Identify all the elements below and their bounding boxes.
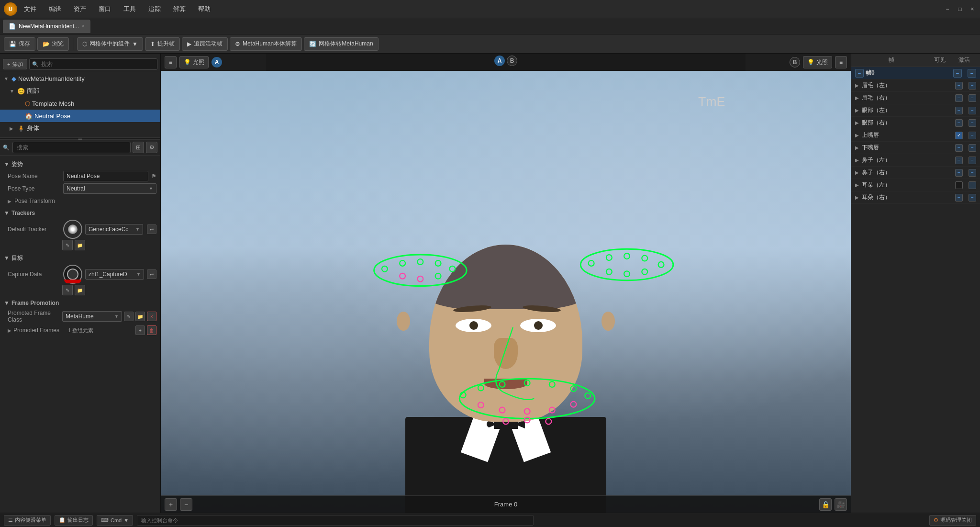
face-icon: 😊 — [17, 88, 25, 95]
tracker-arrow: ▼ — [135, 227, 140, 232]
eye-right-active[interactable]: − — [969, 119, 976, 127]
eye-left-visible[interactable]: − — [955, 107, 963, 114]
nose-right-active[interactable]: − — [969, 169, 976, 177]
template-mesh-icon: ⬡ — [25, 100, 30, 107]
tree-template-mesh-item[interactable]: ▶ ⬡ Template Mesh — [0, 97, 160, 110]
save-button[interactable]: 💾 保存 — [4, 37, 35, 51]
menu-window[interactable]: 窗口 — [97, 4, 113, 14]
eyebrow-left-active[interactable]: − — [969, 82, 976, 90]
tree-neutral-pose-item[interactable]: ▶ 🏠 Neutral Pose — [0, 110, 160, 122]
minimize-button[interactable]: − — [944, 5, 951, 13]
capture-label: Capture Data — [8, 271, 60, 278]
tree-root-item[interactable]: ▼ ◆ NewMetaHumanIdentity — [0, 72, 160, 85]
vp-lock-btn[interactable]: 🔒 — [819, 498, 832, 511]
tracker-reset-btn[interactable]: ↩ — [147, 224, 156, 234]
vp-zoom-out-btn[interactable]: − — [180, 498, 192, 511]
neutral-pose-label: Neutral Pose — [34, 112, 70, 120]
vp-badge-b-right[interactable]: B — [790, 57, 800, 67]
browse-button[interactable]: 📂 浏览 — [37, 37, 69, 51]
vp-center-badge-b[interactable]: B — [507, 56, 517, 66]
lower-lip-visible[interactable]: − — [955, 144, 963, 152]
props-grid-btn[interactable]: ⊞ — [133, 142, 144, 153]
capture-select[interactable]: zht1_CaptureD ▼ — [85, 269, 144, 280]
tree-body-item[interactable]: ▶ 🧍 身体 — [0, 122, 160, 135]
eye-right-visible[interactable]: − — [955, 119, 963, 127]
menu-solve[interactable]: 解算 — [171, 4, 188, 14]
pfc-select[interactable]: MetaHume ▼ — [62, 311, 122, 322]
props-settings-btn[interactable]: ⚙ — [146, 142, 157, 153]
pose-section-header[interactable]: ▼ 姿势 — [0, 158, 160, 170]
cmd-input[interactable] — [137, 515, 534, 526]
content-slider-btn[interactable]: ☰ 内容侧滑菜单 — [4, 515, 51, 526]
nose-left-active[interactable]: − — [969, 157, 976, 164]
eyebrow-right-active[interactable]: − — [969, 94, 976, 102]
maximize-button[interactable]: □ — [956, 5, 964, 13]
vp-light-btn-right[interactable]: 💡 光照 — [803, 56, 832, 68]
pose-type-select[interactable]: Neutral ▼ — [63, 183, 156, 194]
upper-lip-active[interactable]: − — [969, 132, 976, 139]
ear-right-visible[interactable]: − — [955, 194, 963, 202]
capture-folder-btn[interactable]: 📁 — [75, 285, 85, 295]
lower-lip-active[interactable]: − — [969, 144, 976, 152]
vp-menu-btn-right[interactable]: ≡ — [835, 56, 847, 68]
menu-file[interactable]: 文件 — [22, 4, 38, 14]
ear-right-active[interactable]: − — [969, 194, 976, 202]
pfc-folder-btn[interactable]: 📁 — [135, 312, 145, 321]
capture-edit-btn[interactable]: ✎ — [62, 285, 73, 295]
nose-left-visible[interactable]: − — [955, 157, 963, 164]
track-activity-button[interactable]: ▶ 追踪活动帧 — [182, 37, 228, 51]
tracker-select[interactable]: GenericFaceCc ▼ — [85, 224, 143, 235]
output-log-btn[interactable]: 📋 输出日志 — [55, 515, 93, 526]
ear-left-active[interactable]: − — [969, 181, 976, 189]
upper-lip-visible[interactable]: ✓ — [955, 132, 963, 139]
viewport-image-area[interactable]: TmE — [161, 71, 851, 513]
mesh-to-meta-button[interactable]: 🔄 网格体转MetaHuman — [304, 37, 378, 51]
upper-lip-arrow: ▶ — [855, 133, 859, 138]
mesh-in-grid-button[interactable]: ⬡ 网格体中的组件 ▼ — [77, 37, 143, 51]
tab-close-button[interactable]: × — [82, 23, 85, 29]
pf-remove-btn[interactable]: 🗑 — [147, 325, 156, 335]
targets-section-header[interactable]: ▼ 目标 — [0, 252, 160, 264]
vp-camera-btn[interactable]: 🎥 — [835, 498, 847, 511]
promote-button[interactable]: ⬆ 提升帧 — [145, 37, 180, 51]
eyebrow-right-visible[interactable]: − — [955, 94, 963, 102]
menu-asset[interactable]: 资产 — [72, 4, 88, 14]
pf-add-btn[interactable]: + — [135, 325, 145, 335]
capture-data-row: Capture Data zht1_CaptureD ▼ ↩ — [0, 264, 160, 285]
close-button[interactable]: × — [969, 5, 976, 13]
add-button[interactable]: + 添加 — [3, 59, 27, 69]
cmd-btn[interactable]: ⌨ Cmd ▼ — [97, 515, 133, 526]
tree-face-item[interactable]: ▼ 😊 面部 — [0, 85, 160, 97]
menu-track[interactable]: 追踪 — [146, 4, 163, 14]
nose-right-visible[interactable]: − — [955, 169, 963, 177]
props-search-input[interactable] — [12, 142, 131, 153]
ear-left-visible[interactable] — [955, 181, 963, 189]
eye-left-active[interactable]: − — [969, 107, 976, 114]
frame0-collapse-btn[interactable]: − — [855, 69, 864, 78]
source-control-btn[interactable]: ⚙ 源码管理关闭 — [929, 515, 976, 526]
menu-help[interactable]: 帮助 — [196, 4, 212, 14]
promoted-frames-row[interactable]: ▶ Promoted Frames 1 数组元素 + 🗑 — [0, 324, 160, 336]
vp-light-btn-left[interactable]: 💡 光照 — [179, 56, 209, 68]
pfc-edit-btn[interactable]: ✎ — [124, 312, 134, 321]
eyebrow-right-label: 眉毛（右） — [862, 94, 953, 102]
capture-reset-btn[interactable]: ↩ — [147, 269, 156, 279]
vp-badge-a[interactable]: A — [212, 57, 222, 67]
vp-center-badge-a[interactable]: A — [494, 56, 505, 66]
frame0-visible-btn[interactable]: − — [953, 69, 962, 78]
tab-main[interactable]: 📄 NewMetaHumanIdent... × — [3, 20, 90, 33]
metahuman-calc-button[interactable]: ⚙ MetaHuman本体解算 — [230, 37, 302, 51]
frame-promotion-header[interactable]: ▼ Frame Promotion — [0, 297, 160, 309]
tree-search-input[interactable] — [29, 58, 157, 70]
menu-tools[interactable]: 工具 — [122, 4, 138, 14]
tracker-edit-btn[interactable]: ✎ — [62, 240, 73, 250]
tracker-folder-btn[interactable]: 📁 — [75, 240, 85, 250]
vp-zoom-in-btn[interactable]: + — [165, 498, 177, 511]
eyebrow-left-visible[interactable]: − — [955, 82, 963, 90]
pose-transform-row[interactable]: ▶ Pose Transform — [0, 195, 160, 207]
pfc-remove-btn[interactable]: × — [147, 312, 156, 321]
frame0-active-btn[interactable]: − — [968, 69, 976, 78]
trackers-section-header[interactable]: ▼ Trackers — [0, 207, 160, 219]
menu-edit[interactable]: 编辑 — [47, 4, 63, 14]
vp-menu-btn[interactable]: ≡ — [165, 56, 177, 68]
